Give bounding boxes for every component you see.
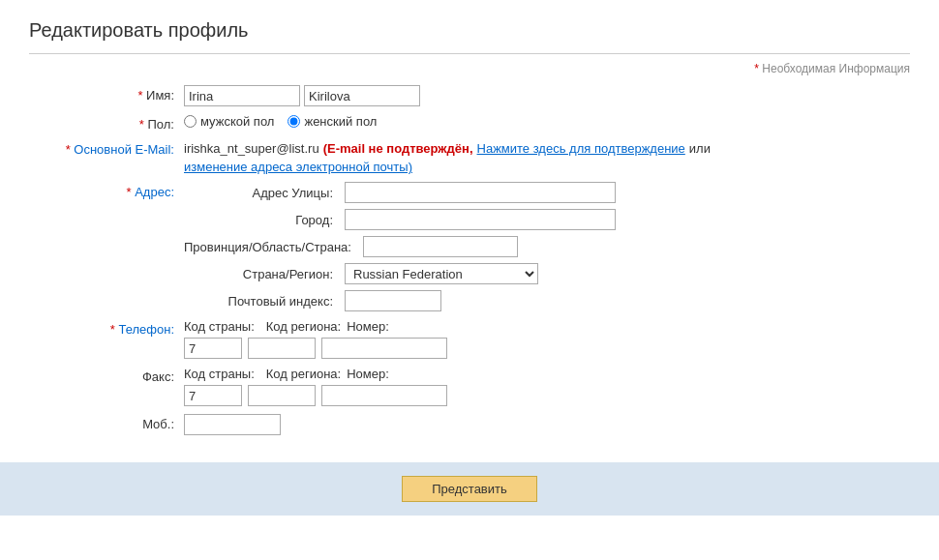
phone-area-code-input[interactable] — [248, 338, 316, 359]
phone-headers: Код страны: Код региона: Номер: — [184, 319, 447, 334]
required-info: * Необходимая Информация — [0, 54, 939, 79]
street-input[interactable] — [345, 182, 616, 203]
gender-label: * Пол: — [29, 114, 184, 132]
gender-female-label: женский пол — [304, 114, 377, 129]
country-label: Страна/Регион: — [184, 267, 339, 281]
phone-country-code-header: Код страны: — [184, 319, 255, 334]
address-label: * Адрес: — [29, 182, 184, 199]
gender-male-radio[interactable] — [184, 115, 197, 128]
fax-row: Факс: Код страны: Код региона: Номер: — [29, 367, 910, 406]
email-change-link[interactable]: изменение адреса электронной почты) — [184, 160, 412, 174]
name-inputs — [184, 85, 420, 106]
gender-options: мужской пол женский пол — [184, 114, 377, 129]
postal-input[interactable] — [345, 290, 441, 311]
footer-bar: Представить — [0, 462, 939, 516]
gender-female-option[interactable]: женский пол — [288, 114, 377, 129]
email-confirm-link[interactable]: Нажмите здесь для подтверждение — [477, 141, 685, 156]
mobile-label: Моб.: — [29, 414, 184, 431]
phone-area-code-header: Код региона: — [266, 319, 341, 334]
postal-row: Почтовый индекс: — [184, 290, 616, 311]
phone-label: * Телефон: — [29, 319, 184, 337]
country-select[interactable]: Russian Federation United States Germany — [345, 263, 538, 284]
fax-country-code-header: Код страны: — [184, 367, 255, 381]
email-not-confirmed: (E-mail не подтверждён, — [323, 141, 473, 156]
address-block: Адрес Улицы: Город: Провинция/Область/Ст… — [184, 182, 616, 311]
city-row: Город: — [184, 209, 616, 230]
email-content: irishka_nt_super@list.ru (E-mail не подт… — [184, 139, 910, 174]
fax-number-header: Номер: — [347, 367, 389, 381]
address-row: * Адрес: Адрес Улицы: Город: Провинция/О… — [29, 182, 910, 311]
fax-area-code-input[interactable] — [248, 385, 316, 406]
phone-number-header: Номер: — [347, 319, 389, 334]
province-row: Провинция/Область/Страна: — [184, 236, 616, 257]
fax-inputs — [184, 385, 447, 406]
phone-country-code-input[interactable] — [184, 338, 242, 359]
email-or-text: или — [689, 141, 711, 156]
mobile-row: Моб.: — [29, 414, 910, 435]
first-name-input[interactable] — [184, 85, 300, 106]
mobile-content — [184, 414, 281, 435]
email-row: * Основной E-Mail: irishka_nt_super@list… — [29, 139, 910, 174]
postal-label: Почтовый индекс: — [184, 294, 339, 309]
fax-country-code-input[interactable] — [184, 385, 242, 406]
phone-number-input[interactable] — [321, 338, 447, 359]
page-title: Редактировать профиль — [0, 0, 939, 53]
city-label: Город: — [184, 213, 339, 227]
fax-area-code-header: Код региона: — [266, 367, 341, 381]
phone-block: Код страны: Код региона: Номер: — [184, 319, 447, 359]
province-input[interactable] — [363, 236, 518, 257]
fax-label: Факс: — [29, 367, 184, 384]
fax-block: Код страны: Код региона: Номер: — [184, 367, 447, 406]
fax-number-input[interactable] — [321, 385, 447, 406]
city-input[interactable] — [345, 209, 616, 230]
name-row: * Имя: — [29, 85, 910, 106]
gender-male-option[interactable]: мужской пол — [184, 114, 274, 129]
submit-button[interactable]: Представить — [402, 476, 537, 502]
country-row: Страна/Регион: Russian Federation United… — [184, 263, 616, 284]
province-label: Провинция/Область/Страна: — [184, 240, 357, 254]
name-label: * Имя: — [29, 85, 184, 103]
fax-headers: Код страны: Код региона: Номер: — [184, 367, 447, 381]
email-value: irishka_nt_super@list.ru — [184, 141, 319, 156]
gender-male-label: мужской пол — [200, 114, 274, 129]
last-name-input[interactable] — [304, 85, 420, 106]
email-label: * Основной E-Mail: — [29, 139, 184, 157]
gender-row: * Пол: мужской пол женский пол — [29, 114, 910, 132]
street-row: Адрес Улицы: — [184, 182, 616, 203]
phone-inputs — [184, 338, 447, 359]
phone-row: * Телефон: Код страны: Код региона: Номе… — [29, 319, 910, 359]
gender-female-radio[interactable] — [288, 115, 300, 128]
street-label: Адрес Улицы: — [184, 186, 339, 200]
mobile-input[interactable] — [184, 414, 281, 435]
required-info-label: Необходимая Информация — [762, 62, 910, 75]
